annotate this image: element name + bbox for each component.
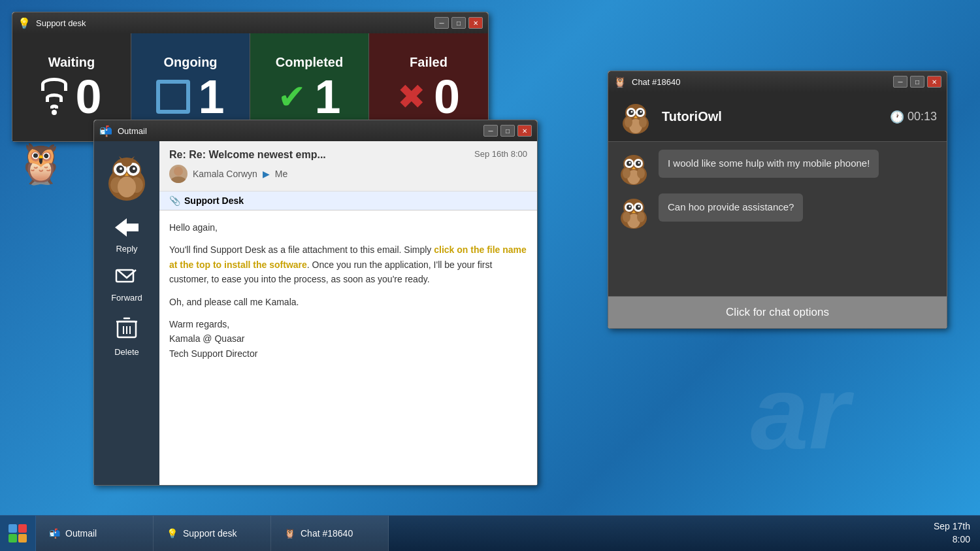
outmail-content: Re: Re: Welcome newest emp... Sep 16th 8… <box>159 141 537 485</box>
chat-message-2: Can hoo provide assistance? <box>616 193 939 229</box>
chat-message-1: I woold like some hulp with my mobile ph… <box>616 150 939 186</box>
chat-header-avatar <box>618 99 654 135</box>
svg-rect-63 <box>8 534 17 543</box>
ongoing-content: 1 <box>156 73 224 120</box>
completed-label: Completed <box>276 55 343 70</box>
chat-bubble-1: I woold like some hulp with my mobile ph… <box>659 150 879 178</box>
support-desk-title: Support desk <box>36 18 429 28</box>
outmail-maximize-button[interactable]: □ <box>500 125 515 137</box>
outmail-close-button[interactable]: ✕ <box>517 125 532 137</box>
chat-timer-value: 00:13 <box>907 110 937 124</box>
taskbar-chat-label: Chat #18640 <box>301 528 353 539</box>
completed-count: 1 <box>314 73 340 120</box>
svg-point-36 <box>639 117 647 127</box>
taskbar-clock: Sep 17th 8:00 <box>934 520 980 546</box>
chat-body: TutoriOwl 🕐 00:13 <box>608 92 947 328</box>
outmail-titlebar: 📬 Outmail ─ □ ✕ <box>94 120 537 141</box>
minimize-button[interactable]: ─ <box>434 17 449 29</box>
sender-avatar <box>169 165 188 183</box>
chat-user-name: TutoriOwl <box>662 109 882 124</box>
svg-point-35 <box>625 117 632 127</box>
chat-controls: ─ □ ✕ <box>893 76 941 88</box>
reply-action[interactable]: Reply <box>94 213 159 259</box>
delete-action[interactable]: Delete <box>94 311 159 362</box>
svg-point-11 <box>118 176 136 197</box>
email-subject: Re: Re: Welcome newest emp... <box>169 149 326 161</box>
email-body: Hello again, You'll find Support Desk as… <box>159 210 537 378</box>
taskbar: 📬 Outmail 💡 Support desk 🦉 Chat #18640 S… <box>0 515 980 551</box>
wifi-icon <box>41 78 67 115</box>
outmail-minimize-button[interactable]: ─ <box>483 125 498 137</box>
chat-msg2-avatar <box>616 193 652 229</box>
taskbar-item-chat[interactable]: 🦉 Chat #18640 <box>271 516 389 552</box>
taskbar-start-button[interactable] <box>0 516 36 552</box>
svg-point-59 <box>623 212 630 222</box>
svg-point-31 <box>631 111 633 113</box>
svg-rect-62 <box>18 524 27 533</box>
delete-icon <box>116 316 137 344</box>
attachment-bar[interactable]: 📎 Support Desk <box>159 192 537 210</box>
outmail-owl-logo <box>101 151 153 203</box>
chat-header-area: TutoriOwl 🕐 00:13 <box>608 92 947 142</box>
taskbar-chat-icon: 🦉 <box>284 528 295 539</box>
chat-close-button[interactable]: ✕ <box>927 76 941 88</box>
email-header: Re: Re: Welcome newest emp... Sep 16th 8… <box>159 141 537 192</box>
failed-count: 0 <box>434 73 460 120</box>
svg-rect-64 <box>18 534 27 543</box>
email-arrow-icon: ▶ <box>263 169 270 179</box>
xmark-icon: ✖ <box>397 77 426 116</box>
chat-title: Chat #18640 <box>632 77 888 87</box>
svg-rect-61 <box>8 524 17 533</box>
taskbar-outmail-label: Outmail <box>65 528 97 539</box>
svg-point-32 <box>640 111 642 113</box>
chat-timer: 🕐 00:13 <box>890 110 937 124</box>
svg-point-23 <box>174 167 183 176</box>
desktop-watermark: ar <box>751 352 849 473</box>
ongoing-label: Ongoing <box>163 55 217 70</box>
svg-point-43 <box>629 162 631 164</box>
chat-minimize-button[interactable]: ─ <box>893 76 907 88</box>
taskbar-time: 8:00 <box>934 533 970 546</box>
support-desk-titlebar: 💡 Support desk ─ □ ✕ <box>12 12 488 33</box>
forward-action[interactable]: Forward <box>94 262 159 308</box>
svg-point-24 <box>171 176 186 183</box>
email-closing3: Tech Support Director <box>169 348 257 359</box>
chat-msg1-avatar <box>616 150 652 186</box>
email-closing1: Warm regards, <box>169 319 229 329</box>
email-greeting: Hello again, <box>169 220 527 235</box>
taskbar-item-support[interactable]: 💡 Support desk <box>154 516 271 552</box>
checkmark-icon: ✔ <box>278 77 306 116</box>
maximize-button[interactable]: □ <box>451 17 466 29</box>
delete-label: Delete <box>114 347 139 357</box>
chat-bubble-2: Can hoo provide assistance? <box>659 193 803 222</box>
outmail-body: Reply Forward <box>94 141 537 485</box>
forward-icon <box>115 267 139 290</box>
attachment-name: Support Desk <box>184 195 244 206</box>
email-from: Kamala Corwyn <box>193 169 257 179</box>
email-body-plain1: You'll find Support Desk as a file attac… <box>169 244 434 255</box>
forward-label: Forward <box>111 293 142 303</box>
outmail-sidebar: Reply Forward <box>94 141 159 485</box>
email-para1: You'll find Support Desk as a file attac… <box>169 242 527 286</box>
outmail-title-icon: 📬 <box>99 125 112 137</box>
outmail-title: Outmail <box>118 126 478 136</box>
email-closing2: Kamala @ Quasar <box>169 333 244 344</box>
attachment-clip-icon: 📎 <box>169 195 180 206</box>
chat-maximize-button[interactable]: □ <box>910 76 924 88</box>
close-button[interactable]: ✕ <box>468 17 483 29</box>
chat-messages: I woold like some hulp with my mobile ph… <box>608 142 947 296</box>
support-desk-controls: ─ □ ✕ <box>434 17 483 29</box>
email-closing: Warm regards, Kamala @ Quasar Tech Suppo… <box>169 317 527 361</box>
svg-point-55 <box>629 206 631 208</box>
chat-options-bar[interactable]: Click for chat options <box>608 296 947 328</box>
email-to: Me <box>275 169 287 179</box>
email-date: Sep 16th 8:00 <box>474 149 527 159</box>
ongoing-count: 1 <box>198 73 224 120</box>
waiting-count: 0 <box>75 73 101 120</box>
failed-label: Failed <box>410 55 448 70</box>
svg-point-44 <box>638 162 640 164</box>
taskbar-item-outmail[interactable]: 📬 Outmail <box>36 516 154 552</box>
email-para2: Oh, and please call me Kamala. <box>169 295 527 309</box>
waiting-content: 0 <box>41 73 101 120</box>
failed-content: ✖ 0 <box>397 73 460 120</box>
